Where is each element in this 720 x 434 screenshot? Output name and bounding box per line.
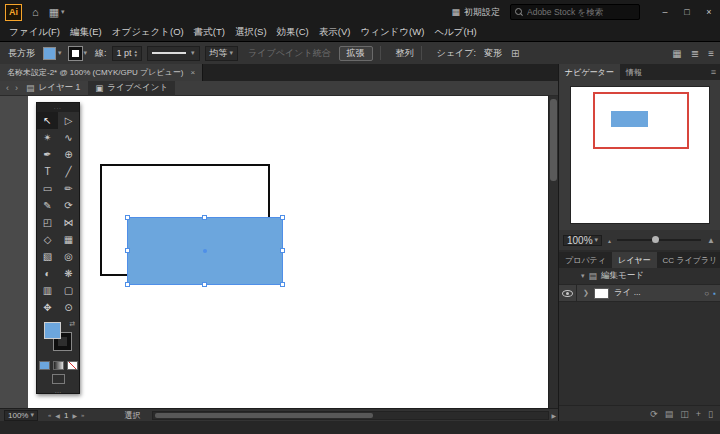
stroke-color-swatch[interactable] — [69, 47, 82, 60]
close-tab-icon[interactable]: × — [190, 68, 195, 77]
tool-button[interactable]: ◰ — [37, 214, 58, 231]
tool-button[interactable]: ╱ — [58, 163, 79, 180]
layer-row[interactable]: ❯ ライ ... ○ ▪ — [559, 285, 720, 302]
home-icon[interactable]: ⌂ — [32, 6, 39, 18]
workspace-switcher[interactable]: ▦ 初期設定 — [451, 6, 500, 19]
zoom-slider-thumb[interactable] — [652, 236, 659, 243]
horizontal-scrollbar-thumb[interactable] — [155, 413, 372, 418]
menu-item[interactable]: 表示(V) — [314, 26, 356, 39]
stroke-style-select[interactable]: ▾ — [147, 46, 200, 61]
stroke-caret-icon[interactable]: ▾ — [84, 49, 88, 57]
livepaint-merge-button[interactable]: ライブペイント統合 — [248, 47, 330, 60]
zoom-in-icon[interactable]: ▲ — [707, 236, 715, 245]
vertical-scrollbar[interactable] — [548, 96, 558, 408]
search-input[interactable] — [527, 7, 635, 17]
tool-button[interactable]: ❋ — [58, 265, 79, 282]
app-logo-icon[interactable]: Ai — [5, 4, 22, 21]
tool-button[interactable]: ▦ — [58, 231, 79, 248]
last-artboard-icon[interactable]: » — [81, 412, 84, 418]
tool-button[interactable]: ∿ — [58, 129, 79, 146]
panel-action-icon[interactable]: ▯ — [708, 409, 713, 419]
tool-button[interactable]: ▧ — [37, 248, 58, 265]
layer-name[interactable]: ライ ... — [614, 287, 641, 299]
menu-item[interactable]: 編集(E) — [65, 26, 107, 39]
panel-action-icon[interactable]: ▤ — [665, 409, 674, 419]
horizontal-scrollbar[interactable] — [152, 411, 549, 420]
none-mode-button[interactable] — [67, 361, 78, 370]
breadcrumb-mode[interactable]: ▣ ライブペイント — [88, 81, 175, 96]
tools-panel-grip[interactable]: ∙∙∙ — [37, 103, 79, 112]
tab-layers[interactable]: レイヤー — [612, 252, 657, 268]
document-tab[interactable]: 名称未設定-2* @ 100% (CMYK/GPU プレビュー) × — [0, 64, 203, 81]
arrange-documents-icon[interactable]: ▦ — [49, 6, 59, 19]
tool-button[interactable]: ⊕ — [58, 146, 79, 163]
gradient-mode-button[interactable] — [53, 361, 64, 370]
selection-handle[interactable] — [202, 215, 207, 220]
width-profile-select[interactable]: 均等 ▾ — [205, 46, 239, 61]
tool-button[interactable]: ▥ — [37, 282, 58, 299]
panel-action-icon[interactable]: + — [696, 409, 701, 419]
visibility-toggle[interactable] — [559, 285, 577, 302]
panel-action-icon[interactable]: ◫ — [680, 409, 689, 419]
zoom-slider[interactable] — [617, 239, 701, 241]
forward-arrow-icon[interactable]: › — [15, 83, 18, 93]
selection-handle[interactable] — [280, 282, 285, 287]
shape-widget-icon[interactable]: ⊞ — [511, 48, 519, 59]
tool-button[interactable]: ↖ — [37, 112, 58, 129]
fill-swatch[interactable] — [44, 322, 61, 339]
tab-info[interactable]: 情報 — [620, 64, 648, 80]
blue-rectangle-shape[interactable] — [128, 218, 282, 284]
zoom-select[interactable]: 100% ▾ — [4, 410, 38, 421]
artboard-number[interactable]: 1 — [64, 411, 68, 420]
tool-button[interactable]: ▢ — [58, 282, 79, 299]
next-artboard-icon[interactable]: ▶ — [72, 412, 77, 419]
scroll-right-icon[interactable]: ▶ — [551, 412, 556, 419]
fill-color-swatch[interactable] — [43, 47, 56, 60]
tool-button[interactable]: ✎ — [37, 197, 58, 214]
selection-handle[interactable] — [125, 282, 130, 287]
vertical-scrollbar-thumb[interactable] — [550, 99, 557, 181]
color-mode-button[interactable] — [39, 361, 50, 370]
edit-mode-row[interactable]: ▾ ▤ 編集モード — [559, 268, 720, 285]
tool-button[interactable]: ✒ — [37, 146, 58, 163]
first-artboard-icon[interactable]: « — [48, 412, 51, 418]
tab-navigator[interactable]: ナビゲーター — [559, 64, 620, 80]
expand-chevron-icon[interactable]: ❯ — [583, 289, 589, 297]
target-circle-icon[interactable]: ○ — [704, 289, 709, 298]
zoom-out-icon[interactable]: ▴ — [608, 237, 611, 244]
tool-button[interactable]: ◇ — [37, 231, 58, 248]
breadcrumb-layer[interactable]: レイヤー 1 — [39, 82, 81, 94]
stepper-icons[interactable]: ▴ ▾ — [135, 49, 138, 57]
panel-menu-icon[interactable]: ≡ — [708, 48, 714, 59]
selection-handle[interactable] — [280, 248, 285, 253]
transform-button[interactable]: 変形 — [484, 47, 502, 60]
stroke-weight-input[interactable]: 1 pt ▴ ▾ — [112, 46, 143, 61]
prev-artboard-icon[interactable]: ◀ — [55, 412, 60, 419]
tab-cc-libraries[interactable]: CC ライブラリ — [657, 252, 720, 268]
navigator-preview[interactable] — [570, 86, 710, 224]
tool-button[interactable]: ▭ — [37, 180, 58, 197]
step-down-icon[interactable]: ▾ — [135, 53, 138, 57]
menu-item[interactable]: ファイル(F) — [4, 26, 65, 39]
back-arrow-icon[interactable]: ‹ — [6, 83, 9, 93]
expand-button[interactable]: 拡張 — [339, 46, 373, 61]
panel-menu-icon[interactable]: ≡ — [706, 64, 720, 80]
tool-button[interactable]: ▷ — [58, 112, 79, 129]
selection-handle[interactable] — [125, 215, 130, 220]
tool-button[interactable]: ◐ — [37, 265, 58, 282]
close-button[interactable]: × — [698, 0, 720, 24]
selection-handle[interactable] — [280, 215, 285, 220]
selection-handle[interactable] — [125, 248, 130, 253]
panel-action-icon[interactable]: ⟳ — [650, 409, 658, 419]
draw-mode-button[interactable] — [52, 374, 65, 384]
more-tools-icon[interactable]: … — [37, 387, 79, 394]
swap-fill-stroke-icon[interactable]: ⇄ — [69, 320, 75, 328]
selection-handle[interactable] — [202, 282, 207, 287]
tool-button[interactable]: ⋈ — [58, 214, 79, 231]
grid-icon[interactable]: ▦ — [672, 48, 681, 59]
tool-button[interactable]: ✏ — [58, 180, 79, 197]
tool-button[interactable]: ◎ — [58, 248, 79, 265]
maximize-button[interactable]: □ — [676, 0, 698, 24]
tool-button[interactable]: ✴ — [37, 129, 58, 146]
tool-button[interactable]: ⊙ — [58, 299, 79, 316]
